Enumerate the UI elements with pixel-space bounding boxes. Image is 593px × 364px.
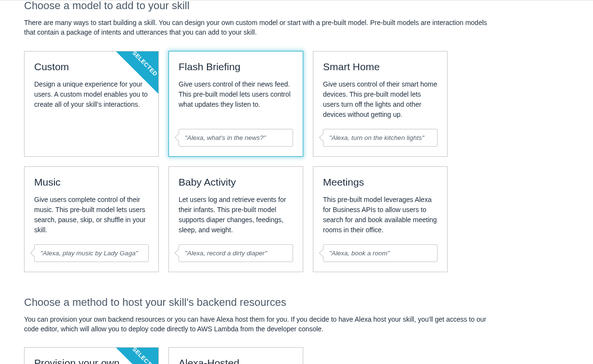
card-title: Music — [34, 176, 149, 188]
section-host-desc: You can provision your own backend resou… — [24, 314, 496, 334]
card-title: Baby Activity — [179, 176, 293, 188]
section-model-desc: There are many ways to start building a … — [24, 18, 496, 38]
host-card-grid: SELECTED Provision your own Provision yo… — [24, 347, 569, 364]
card-title: Flash Briefing — [179, 61, 293, 73]
example-utterance: "Alexa, book a room" — [323, 244, 438, 262]
model-card-custom[interactable]: SELECTED Custom Design a unique experien… — [24, 51, 159, 157]
model-card-grid: SELECTED Custom Design a unique experien… — [24, 51, 569, 272]
example-utterance: "Alexa, record a dirty diaper" — [179, 244, 293, 262]
card-desc: Give users control of their news feed. T… — [179, 79, 293, 120]
model-card-music[interactable]: Music Give users complete control of the… — [24, 166, 159, 272]
section-host-title: Choose a method to host your skill's bac… — [24, 296, 569, 309]
card-title: Smart Home — [323, 61, 438, 73]
card-desc: Let users log and retrieve events for th… — [179, 195, 293, 236]
card-title: Alexa-Hosted — [179, 357, 293, 364]
card-desc: This pre-built model leverages Alexa for… — [323, 195, 438, 236]
example-utterance: "Alexa, what's in the news?" — [179, 129, 293, 147]
model-card-baby-activity[interactable]: Baby Activity Let users log and retrieve… — [168, 166, 303, 272]
card-desc: Give users control of their smart home d… — [323, 79, 438, 120]
host-card-provision[interactable]: SELECTED Provision your own Provision yo… — [24, 347, 159, 364]
example-utterance: "Alexa, turn on the kitchen lights" — [323, 129, 438, 147]
model-card-flash-briefing[interactable]: Flash Briefing Give users control of the… — [168, 51, 303, 157]
model-card-meetings[interactable]: Meetings This pre-built model leverages … — [313, 166, 448, 272]
card-desc: Give users complete control of their mus… — [34, 195, 149, 236]
model-card-smart-home[interactable]: Smart Home Give users control of their s… — [313, 51, 448, 157]
section-model-title: Choose a model to add to your skill — [24, 0, 569, 12]
card-title: Meetings — [323, 176, 438, 188]
example-utterance: "Alexa, play music by Lady Gaga" — [34, 244, 149, 262]
host-card-alexa-hosted[interactable]: Alexa-Hosted Alexa will host skills in y… — [168, 347, 303, 364]
